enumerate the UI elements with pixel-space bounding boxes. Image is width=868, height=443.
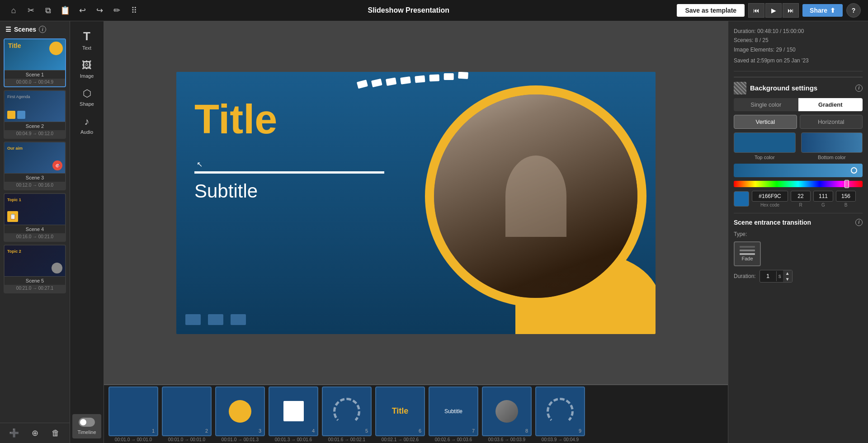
duration-info: Duration: 00:48:10 / 15:00:00	[734, 27, 863, 36]
scene-item-3[interactable]: Our aim 🎯 Scene 3 00:12.0 → 00:16.0	[4, 141, 66, 190]
color-input-row: Hex code R G B	[734, 191, 863, 207]
duration-up-button[interactable]: ▲	[783, 270, 792, 276]
tl-num-9: 9	[579, 428, 581, 434]
scene5-label: Scene 5	[5, 276, 65, 285]
paste-icon[interactable]: 📋	[59, 4, 71, 17]
horizontal-btn[interactable]: Horizontal	[800, 115, 863, 129]
scene1-title: Title	[8, 42, 21, 49]
top-color-label: Top color	[755, 155, 775, 160]
timeline-item-8[interactable]: 8 00:03.6 → 00:03.9	[482, 386, 532, 442]
timeline-item-1[interactable]: 1 00:01.0 → 00:01.0	[108, 386, 158, 442]
share-button[interactable]: Share ⬆	[802, 4, 843, 17]
timeline-item-4[interactable]: 4 00:01.3 → 00:01.6	[269, 386, 318, 442]
scene3-time: 00:12.0 → 00:16.0	[5, 182, 65, 189]
cut-icon[interactable]: ✂	[24, 4, 37, 17]
undo-icon[interactable]: ↩	[76, 4, 89, 17]
g-input[interactable]	[813, 191, 833, 202]
image-label: Image	[80, 73, 94, 79]
help-button[interactable]: ?	[846, 3, 861, 18]
timeline-item-2[interactable]: 2 00:01.0 → 00:01.0	[162, 386, 212, 442]
grid-icon[interactable]: ⠿	[127, 4, 140, 17]
fade-line-1	[740, 246, 755, 248]
image-tool[interactable]: 🖼 Image	[72, 56, 101, 82]
play-prev-button[interactable]: ⏮	[748, 3, 764, 18]
scene-item-2[interactable]: First Agenda Scene 2 00:04.9 → 00:12.0	[4, 90, 66, 139]
timeline-item-9[interactable]: 9 00:03.9 → 00:04.9	[535, 386, 585, 442]
cursor-arrow: ↖	[197, 160, 203, 169]
duration-unit: s	[776, 271, 783, 281]
tl-time-9: 00:03.9 → 00:04.9	[542, 437, 579, 442]
text-tool[interactable]: T Text	[72, 26, 101, 54]
upload-icon: ⬆	[830, 7, 835, 14]
tl-time-1: 00:01.0 → 00:01.0	[115, 437, 152, 442]
scene1-label: Scene 1	[5, 70, 65, 79]
scenes-label: Scenes	[14, 26, 36, 33]
add-scene-button[interactable]: ➕	[8, 427, 20, 439]
scene-item-1[interactable]: Title Scene 1 00:00.0 → 00:04.9	[4, 38, 66, 87]
tl-time-7: 00:02.6 → 00:03.6	[435, 437, 472, 442]
duplicate-scene-button[interactable]: ⊕	[28, 427, 41, 439]
timeline-item-7[interactable]: Subtitle 7 00:02.6 → 00:03.6	[429, 386, 478, 442]
timeline-item-3[interactable]: 3 00:01.0 → 00:01.3	[215, 386, 265, 442]
scene-thumb-1: Title	[5, 39, 65, 70]
tl-time-6: 00:02.1 → 00:02.6	[382, 437, 419, 442]
gradient-preview-bar[interactable]	[734, 164, 863, 177]
play-next-button[interactable]: ⏭	[783, 3, 799, 18]
transition-info-icon[interactable]: i	[855, 219, 863, 226]
hex-input[interactable]	[752, 191, 788, 202]
right-meta: Duration: 00:48:10 / 15:00:00 Scenes: 8 …	[734, 27, 863, 66]
bottom-color-swatch[interactable]	[801, 132, 863, 153]
scene-thumb-3: Our aim 🎯	[5, 142, 65, 173]
timeline-item-6[interactable]: Title 6 00:02.1 → 00:02.6	[375, 386, 425, 442]
canvas[interactable]: Title Subtitle	[176, 72, 656, 334]
fade-lines	[740, 246, 755, 255]
main-layout: ☰ Scenes i Title Scene 1 00:00.0 → 00:04…	[0, 21, 868, 443]
spectrum-bar[interactable]	[734, 181, 863, 187]
bg-info-icon[interactable]: i	[855, 85, 863, 92]
gradient-btn[interactable]: Gradient	[798, 98, 863, 111]
top-color-swatch[interactable]	[734, 132, 796, 153]
scene-item-5[interactable]: Topic 2 Scene 5 00:21.0 → 00:27.1	[4, 245, 66, 293]
tl-num-3: 3	[259, 428, 261, 434]
shape-tool[interactable]: ⬡ Shape	[72, 84, 101, 110]
text-icon: T	[83, 29, 90, 43]
image-icon: 🖼	[82, 60, 92, 71]
saved-info: Saved at 2:59pm on 25 Jan '23	[734, 56, 863, 65]
vertical-btn[interactable]: Vertical	[734, 115, 797, 129]
timeline-tool[interactable]: Timeline	[72, 414, 101, 438]
duration-input[interactable]	[760, 271, 776, 281]
tl-time-2: 00:01.0 → 00:01.0	[168, 437, 205, 442]
scene-item-4[interactable]: Topic 1 📋 Scene 4 00:16.0 → 00:21.0	[4, 193, 66, 242]
duration-down-button[interactable]: ▼	[783, 276, 792, 282]
audio-tool[interactable]: ♪ Audio	[72, 112, 101, 138]
hex-input-group: Hex code	[752, 191, 788, 207]
canvas-circle-container	[425, 85, 646, 307]
tl-num-7: 7	[472, 428, 475, 434]
gradient-bar-handle[interactable]	[851, 167, 857, 174]
canvas-subtitle-text[interactable]: Subtitle	[194, 180, 258, 202]
canvas-title-text[interactable]: Title	[194, 99, 277, 140]
b-input[interactable]	[836, 191, 856, 202]
bottom-color-label: Bottom color	[818, 155, 846, 160]
top-color-box: Top color	[734, 132, 796, 160]
tl-circle-3	[229, 400, 251, 423]
scene4-label: Scene 4	[5, 225, 65, 233]
single-color-btn[interactable]: Single color	[734, 98, 798, 111]
copy-icon[interactable]: ⧉	[42, 4, 54, 17]
delete-scene-button[interactable]: 🗑	[49, 427, 62, 439]
timeline-item-5[interactable]: 5 00:01.6 → 00:02.1	[322, 386, 372, 442]
canvas-divider	[194, 171, 384, 174]
r-input[interactable]	[791, 191, 811, 202]
paint-icon[interactable]: ✏	[110, 4, 123, 17]
transition-header: Scene entrance transition i	[734, 219, 863, 226]
redo-icon[interactable]: ↪	[93, 4, 106, 17]
home-icon[interactable]: ⌂	[7, 4, 20, 17]
scene5-time: 00:21.0 → 00:27.1	[5, 285, 65, 292]
save-template-button[interactable]: Save as template	[677, 4, 745, 17]
fade-transition-box[interactable]: Fade	[734, 241, 761, 266]
scenes-info-icon[interactable]: i	[39, 26, 46, 33]
tl-num-5: 5	[365, 428, 368, 434]
play-button[interactable]: ▶	[765, 3, 782, 18]
color-preview-swatch[interactable]	[734, 191, 749, 207]
canvas-photo	[434, 94, 637, 298]
